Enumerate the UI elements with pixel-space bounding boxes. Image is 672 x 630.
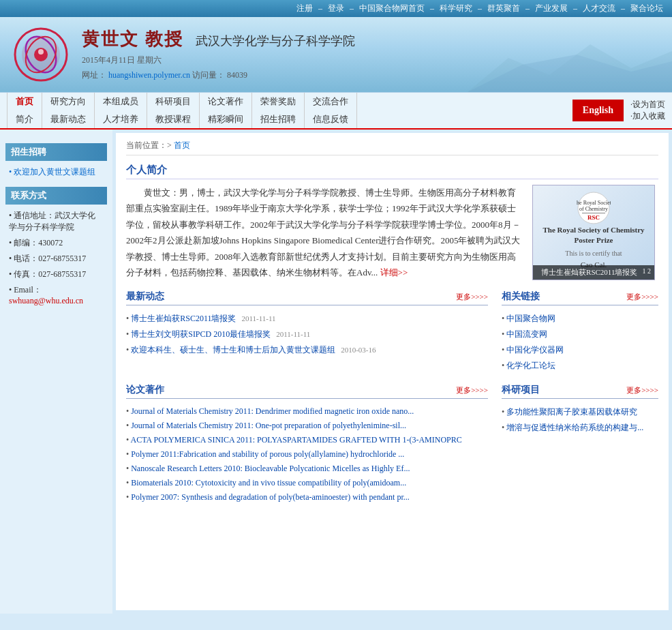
nav-industry[interactable]: 产业发展	[535, 3, 568, 13]
sidebar-address: • 通信地址：武汉大学化学与分子科学学院	[5, 208, 107, 235]
award-image-container: The Royal Society of Chemistry RSC The R…	[532, 185, 655, 280]
email-link[interactable]: swhuang@whu.edu.cn	[9, 296, 83, 305]
svg-text:RSC: RSC	[587, 214, 600, 221]
rsc-logo-icon: The Royal Society of Chemistry RSC	[577, 191, 611, 225]
nav-research-direction[interactable]: 研究方向	[42, 93, 95, 110]
sidebar-email: • Email：swhuang@whu.edu.cn	[5, 282, 107, 308]
pub-link-4[interactable]: Nanoscale Research Letters 2010: Bioclea…	[131, 464, 410, 473]
university-name: 武汉大学化学与分子科学学院	[196, 34, 355, 48]
nav-awards[interactable]: 荣誉奖励	[252, 93, 305, 110]
top-nav-bar: 注册 – 登录 – 中国聚合物网首页 – 科学研究 – 群英聚首 – 产业发展 …	[0, 0, 672, 17]
pub-link-0[interactable]: Journal of Materials Chemistry 2011: Den…	[131, 406, 414, 416]
pub-more-link[interactable]: 更多>>	[456, 385, 488, 395]
pub-link-3[interactable]: Polymer 2011:Fabrication and stability o…	[131, 449, 404, 459]
proj-link-0[interactable]: 多功能性聚阳离子胶束基因载体研究	[506, 407, 637, 417]
nav-cooperation[interactable]: 交流合作	[305, 93, 357, 110]
news-date-1: 2011-11-11	[276, 330, 310, 338]
pub-item-1: Journal of Materials Chemistry 2011: One…	[126, 419, 488, 433]
news-date-2: 2010-03-16	[341, 346, 376, 354]
nav-moments[interactable]: 精彩瞬间	[200, 110, 252, 128]
bio-text: 黄世文：男，博士，武汉大学化学与分子科学学院教授、博士生导师。生物医用高分子材料…	[126, 185, 522, 280]
related-link-0[interactable]: 中国聚合物网	[506, 314, 555, 323]
nav-science[interactable]: 科学研究	[440, 3, 472, 13]
related-item-3: 化学化工论坛	[502, 358, 658, 374]
nav-talent-cultivation[interactable]: 人才培养	[95, 110, 147, 128]
pub-link-1[interactable]: Journal of Materials Chemistry 2011: One…	[131, 421, 406, 430]
professor-name: 黄世文 教授	[82, 29, 183, 49]
svg-point-5	[38, 49, 44, 55]
news-link-2[interactable]: 欢迎本科生、硕士生、博士生和博士后加入黄世文课题组	[131, 345, 335, 355]
website-link[interactable]: huangshiwen.polymer.cn	[108, 70, 190, 80]
nav-forum[interactable]: 聚合论坛	[630, 3, 663, 13]
bio-text-area: 黄世文：男，博士，武汉大学化学与分子科学学院教授、博士生导师。生物医用高分子材料…	[126, 185, 522, 280]
related-section-header: 相关链接 更多>>	[502, 290, 658, 305]
pub-link-2[interactable]: ACTA POLYMERICA SINICA 2011: POLYASPARTA…	[131, 435, 462, 445]
set-homepage-link[interactable]: ·设为首页	[630, 99, 665, 110]
related-link-1[interactable]: 中国流变网	[506, 329, 547, 339]
pub-link-5[interactable]: Biomaterials 2010: Cytotoxicity and in v…	[131, 478, 406, 487]
nav-login[interactable]: 登录	[328, 3, 344, 13]
related-item-0: 中国聚合物网	[502, 311, 658, 327]
nav-home[interactable]: 首页	[7, 93, 42, 110]
site-logo	[14, 27, 68, 82]
award-text: The Royal Society of Chemistry Poster Pr…	[538, 225, 649, 270]
pub-item-3: Polymer 2011:Fabrication and stability o…	[126, 447, 488, 462]
related-item-1: 中国流变网	[502, 327, 658, 342]
related-column: 相关链接 更多>> 中国聚合物网 中国流变网 中国化学仪器网 化学化工论坛	[502, 290, 658, 374]
pub-item-0: Journal of Materials Chemistry 2011: Den…	[126, 404, 488, 419]
pub-section-header: 论文著作 更多>>	[126, 384, 488, 399]
nav-intro[interactable]: 简介	[7, 110, 42, 128]
news-title: 最新动态	[126, 290, 164, 303]
sidebar-tel: • 电话：027-68755317	[5, 251, 107, 267]
breadcrumb-home[interactable]: 首页	[174, 140, 190, 150]
nav-register[interactable]: 注册	[296, 3, 313, 13]
proj-title: 科研项目	[502, 384, 540, 396]
header: 黄世文 教授 武汉大学化学与分子科学学院 2015年4月11日 星期六 网址： …	[0, 17, 672, 92]
news-item-0: 博士生崔灿获RSC2011墙报奖 2011-11-11	[126, 311, 488, 327]
related-link-3[interactable]: 化学化工论坛	[506, 361, 555, 370]
news-item-2: 欢迎本科生、硕士生、博士生和博士后加入黄世文课题组 2010-03-16	[126, 342, 488, 358]
sidebar-fax: • 传真：027-68755317	[5, 267, 107, 282]
nav-english-button[interactable]: English	[572, 100, 624, 121]
main-wrapper: 招生招聘 • 欢迎加入黄世文课题组 联系方式 • 通信地址：武汉大学化学与分子科…	[0, 130, 672, 614]
proj-item-1: 增溶与促透性纳米给药系统的构建与...	[502, 420, 658, 436]
nav-recruitment[interactable]: 招生招聘	[252, 110, 305, 128]
news-related-section: 最新动态 更多>> 博士生崔灿获RSC2011墙报奖 2011-11-11 博士…	[126, 290, 658, 374]
sidebar-postcode: • 邮编：430072	[5, 235, 107, 251]
pub-item-4: Nanoscale Research Letters 2010: Bioclea…	[126, 462, 488, 476]
news-item-1: 博士生刘文明获SIPCD 2010最佳墙报奖 2011-11-11	[126, 327, 488, 342]
nav-publications[interactable]: 论文著作	[200, 93, 252, 110]
news-link-0[interactable]: 博士生崔灿获RSC2011墙报奖	[131, 314, 236, 323]
nav-news[interactable]: 最新动态	[42, 110, 95, 128]
news-more-link[interactable]: 更多>>	[456, 292, 488, 302]
pub-link-6[interactable]: Polymer 2007: Synthesis and degradation …	[131, 492, 410, 502]
related-link-2[interactable]: 中国化学仪器网	[506, 345, 564, 355]
related-more-link[interactable]: 更多>>	[626, 292, 658, 302]
sidebar-recruit-item[interactable]: • 欢迎加入黄世文课题组	[5, 164, 107, 180]
nav-feedback[interactable]: 信息反馈	[305, 110, 357, 128]
projects-column: 科研项目 更多>> 多功能性聚阳离子胶束基因载体研究 增溶与促透性纳米给药系统的…	[502, 384, 658, 505]
pub-title: 论文著作	[126, 384, 164, 396]
header-bg-decoration	[468, 38, 672, 92]
news-link-1[interactable]: 博士生刘文明获SIPCD 2010最佳墙报奖	[131, 329, 271, 339]
nav-members[interactable]: 本组成员	[95, 93, 147, 110]
proj-more-link[interactable]: 更多>>	[626, 385, 658, 395]
bio-award-image: The Royal Society of Chemistry RSC The R…	[532, 185, 658, 280]
nav-talent[interactable]: 人才交流	[583, 3, 615, 13]
proj-item-0: 多功能性聚阳离子胶束基因载体研究	[502, 404, 658, 420]
related-title: 相关链接	[502, 290, 540, 303]
pub-project-section: 论文著作 更多>> Journal of Materials Chemistry…	[126, 384, 658, 505]
bio-detail-link[interactable]: 详细>>	[380, 267, 408, 278]
add-favorite-link[interactable]: ·加入收藏	[630, 110, 665, 122]
proj-link-1[interactable]: 增溶与促透性纳米给药系统的构建与...	[506, 423, 643, 432]
nav-heroes[interactable]: 群英聚首	[487, 3, 520, 13]
nav-courses[interactable]: 教授课程	[147, 110, 200, 128]
nav-row-bottom: 简介 最新动态 人才培养 教授课程 精彩瞬间 招生招聘 信息反馈	[7, 110, 566, 128]
recruit-link[interactable]: • 欢迎加入黄世文课题组	[9, 167, 95, 177]
sidebar: 招生招聘 • 欢迎加入黄世文课题组 联系方式 • 通信地址：武汉大学化学与分子科…	[0, 130, 112, 614]
proj-section-header: 科研项目 更多>>	[502, 384, 658, 399]
nav-right-links: ·设为首页 ·加入收藏	[630, 99, 665, 122]
svg-text:of Chemistry: of Chemistry	[579, 206, 608, 212]
nav-homepage[interactable]: 中国聚合物网首页	[359, 3, 425, 13]
nav-projects[interactable]: 科研项目	[147, 93, 200, 110]
